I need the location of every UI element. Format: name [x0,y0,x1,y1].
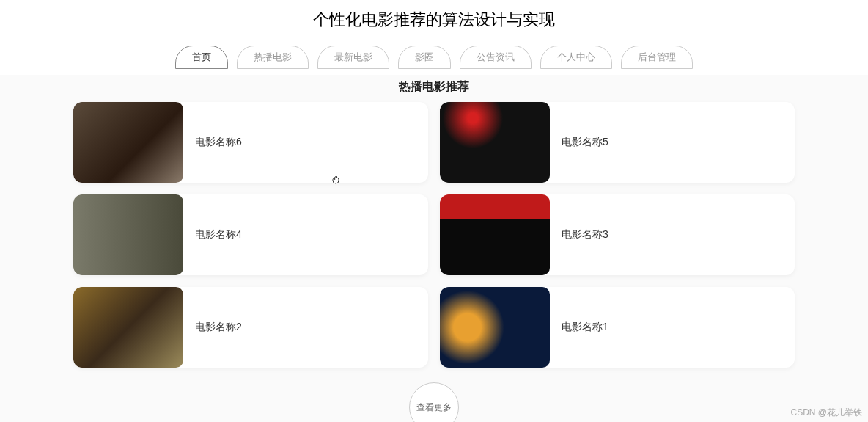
movie-grid: 电影名称6电影名称5电影名称4电影名称3电影名称2电影名称1 [0,102,868,368]
movie-title: 电影名称3 [550,228,795,241]
movie-card-3[interactable]: 电影名称3 [440,194,795,275]
movie-poster [440,194,550,275]
nav-item-5[interactable]: 个人中心 [540,46,612,69]
movie-poster [440,287,550,368]
view-more-button[interactable]: 查看更多 [409,382,459,422]
movie-poster [440,102,550,183]
movie-title: 电影名称4 [183,228,428,241]
movie-card-1[interactable]: 电影名称5 [440,102,795,183]
nav-item-3[interactable]: 影圈 [398,46,451,69]
nav-item-2[interactable]: 最新电影 [317,46,389,69]
watermark: CSDN @花儿举铁 [790,407,862,419]
movie-card-4[interactable]: 电影名称2 [73,287,428,368]
movie-title: 电影名称2 [183,321,428,334]
movie-card-2[interactable]: 电影名称4 [73,194,428,275]
movie-card-5[interactable]: 电影名称1 [440,287,795,368]
movie-title: 电影名称6 [183,136,428,149]
movie-title: 电影名称5 [550,136,795,149]
movie-poster [73,287,183,368]
movie-title: 电影名称1 [550,321,795,334]
section-title: 热播电影推荐 [0,75,868,102]
movie-poster [73,102,183,183]
nav-item-0[interactable]: 首页 [175,46,228,69]
page-title: 个性化电影推荐的算法设计与实现 [0,0,868,40]
nav-item-4[interactable]: 公告资讯 [460,46,532,69]
nav-item-1[interactable]: 热播电影 [237,46,309,69]
nav-item-6[interactable]: 后台管理 [621,46,693,69]
movie-poster [73,194,183,275]
movie-card-0[interactable]: 电影名称6 [73,102,428,183]
nav-bar: 首页热播电影最新电影影圈公告资讯个人中心后台管理 [0,40,868,75]
